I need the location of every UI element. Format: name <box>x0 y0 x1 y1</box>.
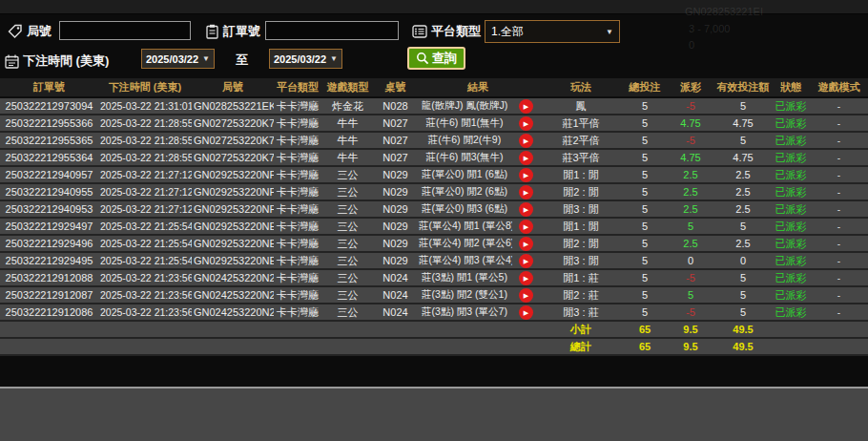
order-number-input[interactable] <box>265 21 399 40</box>
col-header-game: 局號 <box>192 78 274 98</box>
cell-play-type: 閒2 : 閒 <box>539 236 623 253</box>
replay-button[interactable]: ▶ <box>519 168 533 182</box>
cell-play-replay: ▶ <box>512 304 539 322</box>
cell-payout: 4.75 <box>667 116 714 133</box>
cell-table-no: N028 <box>374 98 417 116</box>
cell-valid-bet: 4.75 <box>714 150 772 167</box>
cell-bet-time: 2025-03-22 21:23:56 <box>98 287 192 304</box>
cell-game-mode: - <box>810 150 868 167</box>
cell-total-bet: 5 <box>623 270 667 287</box>
replay-button[interactable]: ▶ <box>519 134 533 148</box>
col-header-total-bet: 總投注 <box>623 78 667 98</box>
cell-platform: 卡卡灣廳 <box>274 253 321 270</box>
cell-table-no: N024 <box>374 304 417 322</box>
chevron-down-icon: ▼ <box>606 28 613 36</box>
cell-total-bet: 5 <box>623 236 667 253</box>
cell-valid-bet: 4.75 <box>714 116 772 133</box>
order-number-filter: 訂單號 <box>205 23 260 40</box>
replay-button[interactable]: ▶ <box>519 237 533 251</box>
cell-status: 已派彩 <box>772 270 810 287</box>
totals-empty-cell <box>0 322 539 339</box>
cell-play-type: 閒3 : 莊 <box>539 304 623 322</box>
cell-play-replay: ▶ <box>512 133 539 150</box>
play-icon: ▶ <box>524 103 528 110</box>
replay-button[interactable]: ▶ <box>519 185 533 200</box>
table-row: 250322212973094 2025-03-22 21:31:01 GN02… <box>0 98 868 116</box>
game-number-input[interactable] <box>59 21 191 40</box>
cell-platform: 卡卡灣廳 <box>274 133 321 150</box>
date-to-picker[interactable]: 2025/03/22 ▼ <box>269 49 342 69</box>
cell-status: 已派彩 <box>772 201 810 219</box>
cell-platform: 卡卡灣廳 <box>274 184 321 201</box>
replay-button[interactable]: ▶ <box>519 99 533 114</box>
play-icon: ▶ <box>524 292 528 299</box>
replay-button[interactable]: ▶ <box>519 254 533 268</box>
replay-button[interactable]: ▶ <box>519 288 533 303</box>
cell-payout: -5 <box>667 98 714 116</box>
cell-play-type: 閒3 : 閒 <box>539 253 623 270</box>
search-button[interactable]: 查詢 <box>407 47 465 70</box>
cell-result: 莊(3點) 閒2 (雙公1) <box>417 287 512 304</box>
cell-status: 已派彩 <box>772 184 810 201</box>
cell-game-no: GN029253220NE <box>192 253 274 270</box>
cell-game-type: 牛牛 <box>321 116 374 133</box>
cell-bet-time: 2025-03-22 21:28:55 <box>98 133 192 150</box>
table-row: 250322212955366 2025-03-22 21:28:55 GN02… <box>0 116 868 133</box>
col-header-play: 玩法 <box>539 78 623 98</box>
cell-result: 莊(牛6) 閒2(牛9) <box>417 133 512 150</box>
cell-table-no: N029 <box>374 201 417 219</box>
replay-button[interactable]: ▶ <box>519 202 533 217</box>
replay-button[interactable]: ▶ <box>519 305 533 320</box>
cell-game-type: 三公 <box>321 167 374 184</box>
col-header-platform: 平台類型 <box>274 78 321 98</box>
cell-play-type: 莊3平倍 <box>539 150 623 167</box>
cell-payout: 4.75 <box>667 150 714 167</box>
cell-total-bet: 5 <box>623 133 667 150</box>
cell-game-type: 三公 <box>321 287 374 304</box>
date-range-to-label: 至 <box>236 52 248 69</box>
cell-bet-time: 2025-03-22 21:23:56 <box>98 270 192 287</box>
cell-payout: -5 <box>667 270 714 287</box>
cell-result: 莊(單公4) 閒3 (單公4) <box>417 253 512 270</box>
cell-play-replay: ▶ <box>512 287 539 304</box>
cell-result: 莊(3點) 閒1 (單公5) <box>417 270 512 287</box>
totals-total-bet: 65 <box>623 339 667 356</box>
col-header-game-type: 遊戲類型 <box>321 78 374 98</box>
table-empty-footer <box>0 388 868 441</box>
replay-button[interactable]: ▶ <box>519 116 533 131</box>
cell-order-no: 250322212955364 <box>0 150 98 167</box>
cell-game-mode: - <box>810 98 868 116</box>
replay-button[interactable]: ▶ <box>519 151 533 165</box>
cell-valid-bet: 0 <box>714 253 772 270</box>
table-row: 250322212912087 2025-03-22 21:23:56 GN02… <box>0 287 868 304</box>
cell-payout: 2.5 <box>667 201 714 219</box>
cell-game-no: GN029253220NF <box>192 167 274 184</box>
cell-game-mode: - <box>810 253 868 270</box>
totals-label: 小計 <box>539 322 623 339</box>
cell-game-mode: - <box>810 184 868 201</box>
search-icon <box>416 52 429 65</box>
cell-platform: 卡卡灣廳 <box>274 98 321 116</box>
platform-type-select[interactable]: 1.全部 ▼ <box>485 20 620 43</box>
cell-bet-time: 2025-03-22 21:31:01 <box>98 98 192 116</box>
game-number-label: 局號 <box>27 23 52 40</box>
cell-payout: 5 <box>667 219 714 236</box>
totals-payout: 9.5 <box>667 322 714 339</box>
cell-total-bet: 5 <box>623 219 667 236</box>
table-header-row: 訂單號 下注時間 (美東) 局號 平台類型 遊戲類型 桌號 結果 玩法 總投注 … <box>0 78 868 98</box>
cell-result: 莊(3點) 閒3 (單公7) <box>417 304 512 322</box>
play-icon: ▶ <box>524 172 528 178</box>
replay-button[interactable]: ▶ <box>519 220 533 234</box>
date-to-value: 2025/03/22 <box>274 53 326 65</box>
date-from-picker[interactable]: 2025/03/22 ▼ <box>141 49 215 69</box>
cell-bet-time: 2025-03-22 21:27:12 <box>98 201 192 219</box>
cell-status: 已派彩 <box>772 253 810 270</box>
list-icon <box>412 24 427 39</box>
cell-order-no: 250322212912088 <box>0 270 98 287</box>
cell-result: 莊(牛6) 閒3(無牛) <box>417 150 512 167</box>
col-header-result: 結果 <box>417 78 539 98</box>
cell-table-no: N029 <box>374 167 417 184</box>
cell-table-no: N029 <box>374 184 417 201</box>
cell-bet-time: 2025-03-22 21:28:55 <box>98 116 192 133</box>
replay-button[interactable]: ▶ <box>519 271 533 285</box>
